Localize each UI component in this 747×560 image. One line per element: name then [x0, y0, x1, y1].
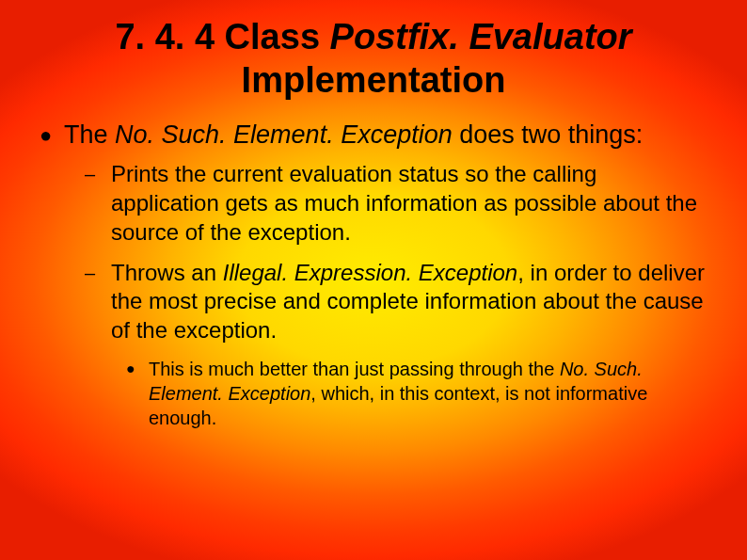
list-item-text: Prints the current evaluation status so … — [111, 160, 709, 247]
list-item: – Prints the current evaluation status s… — [85, 160, 709, 247]
bullet-icon: ● — [126, 357, 149, 430]
list-item-text: Throws an Illegal. Expression. Exception… — [111, 259, 709, 345]
sub-sub-list: ● This is much better than just passing … — [126, 357, 709, 430]
text-segment: Throws an — [111, 260, 223, 285]
title-italic: Postfix. Evaluator — [330, 17, 632, 56]
title-prefix: 7. 4. 4 Class — [115, 17, 329, 56]
text-segment: The — [64, 120, 115, 149]
slide-body: ● The No. Such. Element. Exception does … — [32, 120, 715, 430]
slide: 7. 4. 4 Class Postfix. Evaluator Impleme… — [0, 0, 747, 560]
bullet-icon: ● — [40, 120, 64, 152]
list-item: ● The No. Such. Element. Exception does … — [40, 120, 709, 152]
title-suffix: Implementation — [242, 60, 506, 100]
sub-list: – Prints the current evaluation status s… — [85, 160, 709, 344]
italic-segment: Illegal. Expression. Exception — [223, 260, 518, 285]
slide-title: 7. 4. 4 Class Postfix. Evaluator Impleme… — [79, 15, 668, 103]
list-item-text: The No. Such. Element. Exception does tw… — [64, 120, 643, 152]
italic-segment: No. Such. Element. Exception — [115, 120, 453, 149]
list-item: ● This is much better than just passing … — [126, 357, 709, 430]
text-segment: does two things: — [453, 120, 644, 149]
dash-icon: – — [85, 160, 111, 247]
list-item-text: This is much better than just passing th… — [149, 357, 709, 430]
text-segment: This is much better than just passing th… — [149, 359, 560, 379]
dash-icon: – — [85, 259, 111, 345]
list-item: – Throws an Illegal. Expression. Excepti… — [85, 259, 709, 345]
